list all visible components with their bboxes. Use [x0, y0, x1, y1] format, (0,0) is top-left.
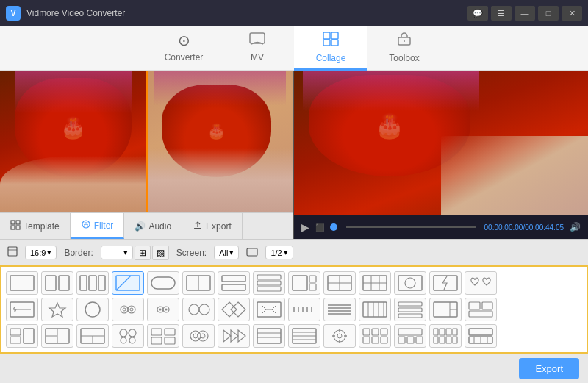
svg-rect-121 — [381, 329, 387, 335]
shape-btn-star[interactable] — [41, 298, 74, 321]
svg-rect-25 — [151, 277, 175, 289]
shape-btn-5col-2row[interactable] — [465, 324, 497, 348]
shape-btn-5col-layout[interactable] — [359, 298, 391, 321]
svg-rect-16 — [247, 248, 257, 256]
filter-shapes-area — [0, 265, 588, 354]
tab-mv[interactable]: MV — [220, 26, 294, 71]
shape-btn-rounded[interactable] — [147, 271, 179, 295]
maximize-button[interactable]: □ — [538, 6, 559, 21]
shape-btn-grid-c[interactable] — [76, 324, 109, 348]
svg-rect-4 — [331, 40, 338, 46]
shape-btn-3x2-a[interactable] — [359, 324, 391, 348]
tab-export[interactable]: Export — [182, 213, 243, 239]
fraction-dropdown[interactable]: 1/2 ▾ — [265, 246, 293, 259]
shape-btn-3col-grid[interactable] — [359, 271, 391, 295]
play-button[interactable]: ▶ — [301, 221, 309, 233]
screen-chevron: ▾ — [229, 248, 234, 257]
border-grid-button[interactable]: ⊞ — [135, 246, 151, 260]
shape-btn-hlines-b[interactable] — [253, 324, 285, 348]
progress-bar[interactable] — [346, 226, 476, 228]
shape-btn-2col-side[interactable] — [288, 271, 320, 295]
shape-btn-hsplit[interactable] — [218, 271, 250, 295]
shape-btn-rows-c[interactable] — [288, 324, 320, 348]
svg-point-100 — [193, 334, 198, 338]
shape-btn-4hlines[interactable] — [323, 298, 356, 321]
shape-btn-circle-rect[interactable] — [394, 271, 426, 295]
shape-btn-hearts[interactable] — [465, 271, 497, 295]
tab-filter[interactable]: Filter — [71, 213, 125, 239]
shape-btn-3row-b[interactable] — [394, 298, 426, 321]
svg-rect-80 — [482, 302, 492, 309]
export-tab-icon — [193, 220, 203, 232]
shape-btn-side-col[interactable] — [429, 298, 462, 321]
border-style-dropdown[interactable]: —— ▾ — [101, 246, 133, 259]
svg-rect-127 — [407, 337, 414, 343]
shape-btn-play-arrows[interactable] — [218, 324, 250, 348]
shape-btn-rings[interactable] — [182, 324, 215, 348]
shape-btn-single[interactable] — [6, 271, 38, 295]
svg-rect-74 — [398, 308, 422, 312]
menu-button[interactable]: ☰ — [491, 6, 512, 21]
shape-btn-rect-grid[interactable] — [147, 324, 179, 348]
tab-toolbox-label: Toolbox — [389, 53, 419, 63]
shape-btn-offset[interactable] — [465, 298, 497, 321]
shape-btn-cross-arrow[interactable] — [253, 298, 285, 321]
shape-btn-3row[interactable] — [253, 271, 285, 295]
svg-rect-122 — [363, 337, 370, 343]
stop-button[interactable]: ⬛ — [315, 223, 324, 232]
shape-btn-circles-grid[interactable] — [112, 324, 144, 348]
shape-btn-vsplit[interactable] — [41, 271, 74, 295]
svg-point-57 — [165, 309, 168, 311]
svg-marker-104 — [231, 330, 238, 342]
mv-icon — [249, 32, 265, 49]
svg-rect-73 — [398, 302, 422, 306]
shape-btn-lightning[interactable] — [429, 271, 462, 295]
tab-template[interactable]: Template — [0, 213, 71, 239]
shape-btn-3col[interactable] — [76, 271, 109, 295]
ratio-dropdown[interactable]: 16:9 ▾ — [25, 246, 57, 259]
shape-btn-arrow-left[interactable] — [6, 298, 38, 321]
shape-btn-grid-b[interactable] — [41, 324, 74, 348]
shape-btn-3x2-b[interactable] — [394, 324, 426, 348]
svg-rect-14 — [8, 247, 17, 256]
export-button[interactable]: Export — [519, 358, 579, 379]
screen-icon — [246, 246, 258, 259]
svg-rect-30 — [257, 275, 281, 279]
tab-converter[interactable]: ⊙ Converter — [147, 26, 220, 71]
tab-toolbox[interactable]: Toolbox — [368, 26, 441, 71]
tab-collage[interactable]: Collage — [294, 26, 368, 71]
minimize-button[interactable]: — — [514, 6, 535, 21]
shape-btn-thin-vsplit[interactable] — [182, 271, 215, 295]
shape-btn-flower[interactable] — [147, 298, 179, 321]
volume-icon[interactable]: 🔊 — [570, 222, 581, 232]
screen-label: Screen: — [176, 248, 207, 258]
playback-bar: ▶ ⬛ 00:00:00.00/00:00:44.05 🔊 — [294, 215, 588, 239]
svg-rect-131 — [446, 329, 451, 335]
chat-button[interactable]: 💬 — [467, 6, 488, 21]
svg-rect-32 — [257, 287, 281, 291]
collage-icon — [323, 32, 339, 50]
shape-btn-diamonds[interactable] — [218, 298, 250, 321]
tab-audio[interactable]: 🔊 Audio — [124, 213, 182, 239]
shape-btn-gear-circle[interactable] — [323, 324, 356, 348]
svg-rect-75 — [398, 314, 422, 318]
svg-rect-1 — [323, 32, 330, 39]
shape-btn-arrows[interactable] — [288, 298, 320, 321]
shape-btn-grid-a[interactable] — [6, 324, 38, 348]
title-bar-left: V Vidmore Video Converter — [6, 6, 125, 21]
screen-dropdown[interactable]: All ▾ — [214, 246, 239, 259]
shape-btn-4col-2row[interactable] — [429, 324, 462, 348]
shape-btn-alt-grid[interactable] — [323, 271, 356, 295]
border-hatch-button[interactable]: ▧ — [152, 246, 169, 260]
left-tab-bar: Template Filter 🔊 Audio Export — [0, 212, 293, 239]
converter-icon: ⊙ — [178, 32, 190, 49]
shape-btn-bubbles[interactable] — [182, 298, 215, 321]
shape-btn-gears[interactable] — [112, 298, 144, 321]
svg-rect-17 — [10, 276, 34, 290]
close-button[interactable]: ✕ — [562, 6, 582, 21]
svg-rect-79 — [469, 302, 480, 309]
shape-btn-diagonal[interactable] — [112, 271, 144, 295]
shape-btn-circle[interactable] — [76, 298, 109, 321]
svg-rect-13 — [194, 228, 201, 229]
svg-rect-10 — [16, 226, 20, 229]
